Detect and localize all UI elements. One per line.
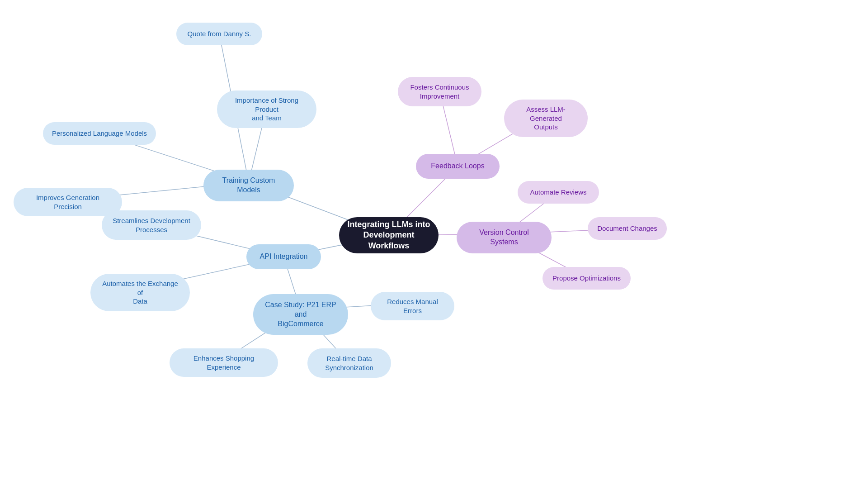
mindmap-container: Integrating LLMs intoDevelopment Workflo… xyxy=(0,0,868,490)
node-api_integration[interactable]: API Integration xyxy=(246,244,321,269)
node-quote_danny[interactable]: Quote from Danny S. xyxy=(176,23,262,45)
node-enhances_shopping[interactable]: Enhances Shopping Experience xyxy=(170,348,278,377)
node-fosters_continuous[interactable]: Fosters ContinuousImprovement xyxy=(398,77,481,106)
node-feedback_loops[interactable]: Feedback Loops xyxy=(416,154,500,179)
node-personalized_lm[interactable]: Personalized Language Models xyxy=(43,122,156,145)
node-streamlines_dev[interactable]: Streamlines DevelopmentProcesses xyxy=(102,210,201,240)
node-version_control[interactable]: Version Control Systems xyxy=(457,222,552,253)
node-assess_llm[interactable]: Assess LLM-GeneratedOutputs xyxy=(504,100,588,137)
node-improves_gen[interactable]: Improves Generation Precision xyxy=(14,188,122,216)
node-automate_reviews[interactable]: Automate Reviews xyxy=(518,181,599,204)
node-center[interactable]: Integrating LLMs intoDevelopment Workflo… xyxy=(339,217,439,253)
node-training_custom[interactable]: Training Custom Models xyxy=(203,170,294,201)
node-case_study[interactable]: Case Study: P21 ERP andBigCommerce xyxy=(253,294,348,335)
node-realtime_data[interactable]: Real-time DataSynchronization xyxy=(307,348,391,378)
node-importance_strong[interactable]: Importance of Strong Productand Team xyxy=(217,90,316,128)
node-reduces_manual[interactable]: Reduces Manual Errors xyxy=(371,292,454,320)
node-propose_optimizations[interactable]: Propose Optimizations xyxy=(542,267,631,290)
node-document_changes[interactable]: Document Changes xyxy=(588,217,667,240)
node-automates_exchange[interactable]: Automates the Exchange ofData xyxy=(90,274,190,311)
